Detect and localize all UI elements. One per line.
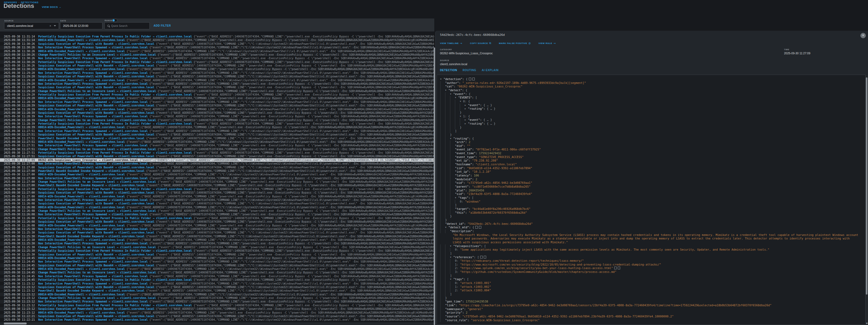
collapse-icon[interactable]: ▾ [455, 196, 458, 200]
table-row[interactable]: 2025-09-30 11:23:12 00014-WIN-Encoded_Po… [0, 293, 434, 296]
table-row[interactable]: 2025-09-30 11:29:20 Non Interactive Powe… [0, 71, 434, 75]
collapse-icon[interactable]: ▾ [450, 137, 453, 141]
table-row[interactable]: 2025-09-30 11:26:08 Change PowerShell Po… [0, 209, 434, 213]
table-row[interactable]: 2025-09-30 11:27:51 Suspicious Execution… [0, 133, 434, 136]
table-row[interactable]: 2025-09-30 11:24:45 Change PowerShell Po… [0, 271, 434, 274]
copy-icon[interactable] [480, 256, 483, 258]
add-filter-button[interactable]: ADD FILTER [154, 24, 171, 27]
table-row[interactable]: 2025-09-30 11:30:26 Non Interactive Powe… [0, 57, 434, 60]
copy-icon[interactable] [469, 78, 471, 80]
view-rule-button[interactable]: VIEW RULE → [538, 41, 556, 45]
table-row[interactable]: 2025-09-30 11:25:30 Non Interactive Powe… [0, 242, 434, 245]
table-row[interactable]: 2025-09-30 11:24:45 Suspicious Execution… [0, 264, 434, 267]
table-row[interactable]: 2025-09-30 11:27:00 Change PowerShell Po… [0, 180, 434, 184]
table-row[interactable]: 2025-09-30 11:23:12 Suspicious Execution… [0, 285, 434, 289]
collapse-icon[interactable]: ▾ [460, 100, 463, 103]
table-row[interactable]: 2025-09-30 11:24:45 Non Interactive Powe… [0, 274, 434, 278]
table-row[interactable]: 2025-09-30 11:30:26 00014-WIN-Encoded_Po… [0, 50, 434, 53]
table-row[interactable]: 2025-09-30 11:30:26 00014-WIN-Encoded_Po… [0, 67, 434, 71]
table-row[interactable]: 2025-09-30 11:29:20 Suspicious Execution… [0, 75, 434, 78]
table-row[interactable]: 2025-09-30 11:28:39 Change PowerShell Po… [0, 118, 434, 122]
table-row[interactable]: 2025-09-30 11:23:12 Non Interactive Powe… [0, 300, 434, 303]
close-icon[interactable]: × [860, 33, 866, 38]
horizontal-scrollbar-track[interactable] [0, 322, 434, 325]
expand-icon[interactable]: ▸ [465, 118, 468, 122]
table-row[interactable]: 2025-09-30 11:27:00 00014-WIN-Encoded_Po… [0, 195, 434, 198]
vertical-scrollbar-thumb[interactable] [434, 47, 435, 325]
table-row[interactable]: 2025-09-30 11:25:30 Change PowerShell Po… [0, 246, 434, 249]
table-row[interactable]: 2025-09-30 11:24:45 Potentially Suspicio… [0, 278, 434, 282]
table-row[interactable]: 2025-09-30 11:23:12 Change PowerShell Po… [0, 296, 434, 300]
table-row[interactable]: 2025-09-30 11:28:39 Suspicious Execution… [0, 104, 434, 107]
panel-scrollbar-thumb[interactable] [866, 77, 867, 295]
collapse-icon[interactable]: ▾ [450, 92, 453, 96]
collapse-icon[interactable]: ▾ [450, 256, 453, 259]
table-row[interactable]: 2025-09-30 11:23:12 00014-WIN-Encoded_Po… [0, 311, 434, 315]
table-row[interactable]: 2025-09-30 11:27:00 Potentially Suspicio… [0, 187, 434, 191]
chevron-down-icon[interactable] [54, 25, 56, 26]
table-row[interactable]: 2025-09-30 11:27:00 Non Interactive Powe… [0, 176, 434, 180]
table-row[interactable]: 2025-09-30 11:27:51 Potentially Suspicio… [0, 151, 434, 155]
copy-icon[interactable] [475, 226, 478, 229]
scroll-down-icon[interactable]: ▼ [866, 322, 868, 325]
quick-search-input[interactable]: Quick Search [104, 22, 150, 29]
tab-detection[interactable]: DETECTION [440, 69, 457, 72]
table-row[interactable]: 2025-09-30 11:29:20 Change PowerShell Po… [0, 89, 434, 93]
table-row[interactable]: 2025-09-30 11:30:26 Change PowerShell Po… [0, 53, 434, 57]
table-row[interactable]: 2025-09-30 11:23:12 Suspicious Execution… [0, 307, 434, 311]
table-row[interactable]: 2025-09-30 11:27:00 00014-WIN-Encoded_Po… [0, 173, 434, 176]
table-row[interactable]: 2025-09-30 11:30:26 Potentially Suspicio… [0, 60, 434, 64]
copy-icon[interactable] [618, 267, 620, 269]
table-row[interactable]: 2025-09-30 11:26:08 Non Interactive Powe… [0, 198, 434, 202]
table-row[interactable]: 2025-09-30 11:26:08 Non Interactive Powe… [0, 213, 434, 216]
table-row[interactable]: 2025-09-30 11:27:00 Non Interactive Powe… [0, 162, 434, 165]
table-row[interactable]: 2025-09-30 11:23:12 PowerShell Base64 En… [0, 289, 434, 292]
source-select[interactable]: client1.ssnrshnn.local × [4, 22, 59, 29]
view-docs-link[interactable]: VIEW DOCS → [42, 5, 61, 8]
table-row[interactable]: 2025-09-30 11:27:00 PowerShell Base64 En… [0, 169, 434, 173]
expand-icon[interactable]: ▸ [465, 122, 468, 126]
table-row[interactable]: 2025-09-30 11:27:00 PowerShell Base64 En… [0, 184, 434, 187]
collapse-icon[interactable]: ▾ [440, 77, 443, 81]
copy-source-button[interactable]: COPY SOURCE ⧉ [470, 41, 491, 45]
collapse-icon[interactable]: ▾ [450, 245, 453, 248]
table-row[interactable]: 2025-09-30 11:25:30 PowerShell Base64 En… [0, 235, 434, 238]
table-row[interactable]: 2025-09-30 11:29:20 Potentially Suspicio… [0, 93, 434, 96]
table-row[interactable]: 2025-09-30 11:27:51 Change PowerShell Po… [0, 148, 434, 151]
table-row[interactable]: 2025-09-30 11:22:21 Non Interactive Powe… [0, 318, 434, 322]
table-row[interactable]: 2025-09-30 11:30:26 Suspicious Execution… [0, 64, 434, 67]
table-row[interactable]: 2025-09-30 11:25:30 Suspicious Execution… [0, 253, 434, 256]
table-row[interactable]: 2025-09-30 11:30:26 Suspicious Execution… [0, 42, 434, 45]
table-row-selected[interactable]: 2025-09-30 11:27:09 00262-WIN-Suspicious… [0, 158, 434, 162]
tab-routing[interactable]: ROUTING [463, 69, 476, 72]
clear-icon[interactable]: × [50, 25, 51, 27]
table-row[interactable]: 2025-09-30 11:27:00 Suspicious Execution… [0, 191, 434, 194]
table-row[interactable]: 2025-09-30 11:24:45 00014-WIN-Encoded_Po… [0, 267, 434, 271]
table-row[interactable]: 2025-09-30 11:29:20 Suspicious Execution… [0, 86, 434, 89]
view-timeline-button[interactable]: VIEW TIMELINE → [440, 41, 462, 45]
table-row[interactable]: 2025-09-30 11:26:08 00014-WIN-Encoded_Po… [0, 224, 434, 227]
collapse-icon[interactable]: ▾ [460, 115, 463, 118]
table-row[interactable]: 2025-09-30 11:30:26 Non Interactive Powe… [0, 45, 434, 49]
table-row[interactable]: 2025-09-30 11:27:51 00014-WIN-Encoded_Po… [0, 140, 434, 143]
expand-icon[interactable]: ▸ [465, 103, 468, 107]
table-row[interactable]: 2025-09-30 11:23:12 Potentially Suspicio… [0, 303, 434, 307]
collapse-icon[interactable]: ▾ [450, 278, 453, 281]
collapse-icon[interactable]: ▾ [445, 226, 448, 229]
table-row[interactable]: 2025-09-30 11:27:51 PowerShell Base64 En… [0, 137, 434, 140]
table-row[interactable]: 2025-09-30 11:27:51 Non Interactive Powe… [0, 143, 434, 147]
tab-ai-explain[interactable]: AI EXPLAIN [482, 69, 499, 72]
table-row[interactable]: 2025-09-30 11:28:39 Non Interactive Powe… [0, 100, 434, 104]
horizontal-scrollbar-thumb[interactable] [4, 323, 27, 324]
table-row[interactable]: 2025-09-30 11:31:14 Potentially Suspicio… [0, 35, 434, 38]
table-row[interactable]: 2025-09-30 11:27:00 Suspicious Execution… [0, 166, 434, 169]
table-row[interactable]: 2025-09-30 11:24:45 00014-WIN-Encoded_Po… [0, 256, 434, 260]
collapse-icon[interactable]: ▾ [445, 89, 448, 92]
table-row[interactable]: 2025-09-30 11:28:39 Potentially Suspicio… [0, 122, 434, 125]
table-row[interactable]: 2025-09-30 11:25:30 Non Interactive Powe… [0, 227, 434, 231]
table-row[interactable]: 2025-09-30 11:25:30 00014-WIN-Encoded_Po… [0, 238, 434, 242]
table-row[interactable]: 2025-09-30 11:26:08 Potentially Suspicio… [0, 217, 434, 220]
table-row[interactable]: 2025-09-30 11:29:20 00014-WIN-Encoded_Po… [0, 78, 434, 82]
table-row[interactable]: 2025-09-30 11:26:08 00014-WIN-Encoded_Po… [0, 205, 434, 209]
table-row[interactable]: 2025-09-30 11:31:14 00014-WIN-Encoded_Po… [0, 38, 434, 42]
